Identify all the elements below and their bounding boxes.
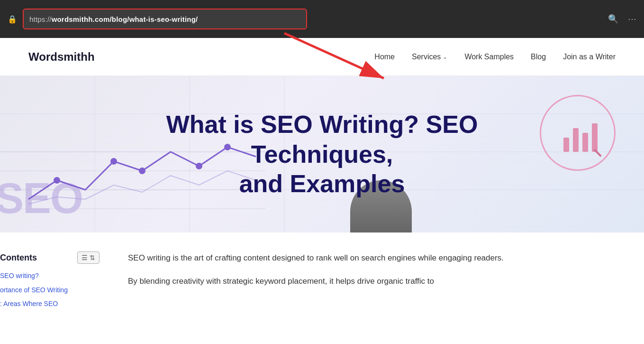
toc-item[interactable]: ortance of SEO Writing (0, 286, 100, 295)
main-content: SEO writing is the art of crafting conte… (109, 251, 644, 309)
toc-title: Contents (0, 253, 37, 263)
address-bar[interactable]: https://wordsmithh.com/blog/what-is-seo-… (23, 9, 307, 29)
site-nav: Home Services ⌄ Work Samples Blog Join a… (374, 53, 616, 61)
nav-services[interactable]: Services ⌄ (412, 53, 447, 61)
site-logo[interactable]: Wordsmithh (28, 50, 95, 64)
url-domain: wordsmithh.com (52, 15, 110, 23)
lock-icon: 🔒 (8, 15, 17, 24)
toc-item[interactable]: : Areas Where SEO (0, 299, 100, 309)
toc-item[interactable]: SEO writing? (0, 271, 100, 281)
content-paragraph-1: SEO writing is the art of crafting conte… (128, 251, 616, 265)
search-icon[interactable]: 🔍 (608, 14, 618, 24)
content-section: Contents ☰ ⇅ SEO writing? ortance of SEO… (0, 232, 644, 328)
nav-work-samples[interactable]: Work Samples (464, 53, 514, 61)
nav-join-writer[interactable]: Join as a Writer (563, 53, 616, 61)
url-path: /blog/what-is-seo-writing/ (109, 15, 198, 23)
menu-icon[interactable]: ⋯ (628, 14, 636, 24)
hero-title-line1: What is SEO Writing? SEO Techniques, (166, 111, 478, 167)
url-text: https://wordsmithh.com/blog/what-is-seo-… (29, 15, 198, 23)
site-header: Wordsmithh Home Services ⌄ Work Samples … (0, 38, 644, 76)
nav-home[interactable]: Home (374, 53, 395, 61)
browser-chrome: 🔒 https://wordsmithh.com/blog/what-is-se… (0, 0, 644, 38)
toc-header: Contents ☰ ⇅ (0, 251, 100, 264)
hero-banner: SEO (0, 76, 644, 232)
hero-title-line2: and Examples (239, 170, 405, 197)
browser-icons-right: 🔍 ⋯ (608, 14, 636, 24)
toc-sidebar: Contents ☰ ⇅ SEO writing? ortance of SEO… (0, 251, 109, 309)
content-paragraph-2: By blending creativity with strategic ke… (128, 275, 616, 288)
chevron-down-icon: ⌄ (443, 54, 447, 60)
toc-list: SEO writing? ortance of SEO Writing : Ar… (0, 271, 100, 309)
toc-toggle-button[interactable]: ☰ ⇅ (77, 251, 100, 264)
hero-title: What is SEO Writing? SEO Techniques, and… (109, 110, 535, 198)
nav-blog[interactable]: Blog (531, 53, 546, 61)
